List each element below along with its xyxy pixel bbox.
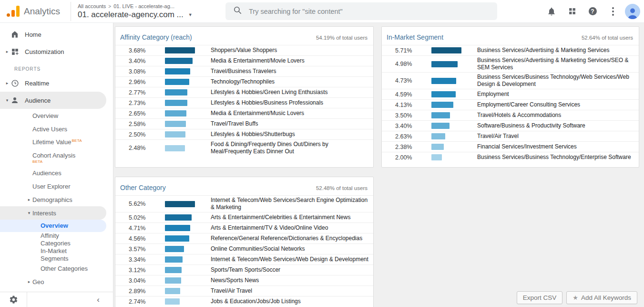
- chart-row[interactable]: 4.13%Employment/Career Consulting Servic…: [382, 99, 639, 110]
- chevron-right-icon[interactable]: ▸: [4, 49, 10, 54]
- settings-gear-icon[interactable]: [0, 295, 27, 304]
- chart-row[interactable]: 5.62%Internet & Telecom/Web Services/Sea…: [115, 195, 373, 212]
- chart-row[interactable]: 3.57%Online Communities/Social Networks: [115, 243, 373, 254]
- sidebar-item-realtime[interactable]: ▸Realtime: [0, 74, 113, 92]
- sidebar-item-interests-overview[interactable]: Overview: [0, 220, 106, 232]
- sidebar: Home▸CustomizationREPORTS▸Realtime▾Audie…: [0, 23, 113, 307]
- chart-row[interactable]: 2.74%Jobs & Education/Jobs/Job Listings: [115, 296, 373, 307]
- chart-row[interactable]: 4.73%Business Services/Business Technolo…: [382, 72, 639, 89]
- breadcrumb-all-accounts: All accounts: [78, 3, 106, 9]
- chart-row-bar: [431, 123, 450, 129]
- sidebar-item-user-explorer[interactable]: User Explorer: [0, 180, 113, 193]
- chart-row-label: Travel/Air Travel: [477, 132, 639, 141]
- sidebar-item-label: Overview: [41, 222, 68, 230]
- chart-row-label: Arts & Entertainment/TV & Video/Online V…: [211, 223, 373, 233]
- chart-row-value: 4.13%: [395, 102, 431, 108]
- chart-row[interactable]: 4.59%Employment: [382, 89, 639, 99]
- sidebar-item-affinity-categories[interactable]: Affinity Categories: [0, 232, 113, 247]
- chart-row[interactable]: 2.48%Food & Dining/Frequently Dines Out/…: [115, 139, 373, 156]
- account-switcher[interactable]: All accounts>01. LIVE - accelerate-ag...…: [78, 3, 216, 20]
- chart-row-bar: [165, 79, 189, 85]
- chart-row[interactable]: 2.38%Financial Services/Investment Servi…: [382, 141, 639, 152]
- chart-row[interactable]: 2.58%Travel/Travel Buffs: [115, 118, 373, 129]
- chevron-right-icon[interactable]: ▸: [26, 279, 32, 284]
- chart-row[interactable]: 3.50%Travel/Hotels & Accommodations: [382, 110, 639, 120]
- chart-row[interactable]: 4.56%Reference/General Reference/Diction…: [115, 233, 373, 243]
- add-all-keywords-button[interactable]: ★Add All Keywords: [566, 291, 637, 304]
- chart-row-value: 2.48%: [129, 145, 165, 151]
- sidebar-footer: ‹: [0, 292, 113, 307]
- account-avatar[interactable]: [625, 4, 640, 19]
- chevron-right-icon[interactable]: ▸: [26, 197, 32, 202]
- chart-row-label: Travel/Hotels & Accommodations: [477, 111, 639, 120]
- sidebar-item-overview[interactable]: Overview: [0, 109, 113, 122]
- chart-row-value: 2.50%: [129, 131, 165, 138]
- widget-title-other-category[interactable]: Other Category: [120, 184, 166, 191]
- widget-share-of-total: 52.48% of total users: [316, 185, 368, 191]
- chart-row[interactable]: 3.40%Software/Business & Productivity So…: [382, 120, 639, 131]
- sidebar-item-label: Home: [25, 31, 41, 38]
- chart-row[interactable]: 5.71%Business Services/Advertising & Mar…: [382, 45, 639, 55]
- chart-row[interactable]: 2.73%Lifestyles & Hobbies/Business Profe…: [115, 97, 373, 108]
- chevron-down-icon[interactable]: ▾: [4, 98, 10, 103]
- chart-row-label: Shoppers/Value Shoppers: [211, 46, 373, 55]
- sidebar-item-label: Audience: [25, 97, 51, 104]
- chart-row-value: 2.96%: [129, 79, 165, 85]
- sidebar-item-home[interactable]: Home: [0, 26, 113, 43]
- widget-title-in-market-segment[interactable]: In-Market Segment: [387, 33, 443, 41]
- sidebar-item-active-users[interactable]: Active Users: [0, 122, 113, 136]
- analytics-logo-area[interactable]: Analytics: [0, 5, 71, 17]
- chevron-down-icon[interactable]: ▼: [188, 12, 193, 17]
- collapse-sidebar-icon[interactable]: ‹: [97, 295, 113, 305]
- chart-row[interactable]: 2.63%Travel/Air Travel: [382, 131, 639, 141]
- chart-row[interactable]: 3.08%Travel/Business Travelers: [115, 66, 373, 76]
- sidebar-item-label: Interests: [32, 210, 56, 217]
- more-options-icon[interactable]: [604, 3, 622, 20]
- chart-row[interactable]: 2.00%Business Services/Business Technolo…: [382, 152, 639, 162]
- chart-row-bar: [165, 131, 185, 138]
- chart-row[interactable]: 2.50%Lifestyles & Hobbies/Shutterbugs: [115, 129, 373, 139]
- sidebar-item-interests[interactable]: ▾Interests: [0, 206, 106, 220]
- help-icon[interactable]: ?: [584, 3, 601, 20]
- star-icon: ★: [572, 294, 578, 301]
- sidebar-item-audiences[interactable]: Audiences: [0, 166, 113, 180]
- notifications-bell-icon[interactable]: [543, 3, 560, 20]
- sidebar-item-audience[interactable]: ▾Audience: [0, 92, 106, 109]
- sidebar-item-other-categories[interactable]: Other Categories: [0, 263, 113, 275]
- sidebar-item-in-market-segments[interactable]: In-Market Segments: [0, 247, 113, 263]
- sidebar-item-label: Other Categories: [41, 265, 88, 273]
- chart-row[interactable]: 4.98%Business Services/Advertising & Mar…: [382, 55, 639, 72]
- sidebar-item-lifetime-value[interactable]: Lifetime ValueBETA: [0, 136, 113, 149]
- chart-row-bar: [165, 277, 181, 284]
- chart-row-value: 2.58%: [129, 121, 165, 127]
- search-bar[interactable]: [225, 2, 497, 20]
- chart-row-bar: [165, 214, 192, 221]
- chart-row[interactable]: 3.04%News/Sports News: [115, 275, 373, 286]
- sidebar-item-cohort-analysis[interactable]: Cohort AnalysisBETA: [0, 149, 113, 166]
- chart-row-label: Internet & Telecom/Web Services/Search E…: [211, 196, 373, 212]
- apps-grid-icon[interactable]: [563, 3, 581, 20]
- chart-row[interactable]: 3.12%Sports/Team Sports/Soccer: [115, 265, 373, 275]
- search-input[interactable]: [249, 8, 490, 15]
- export-csv-button[interactable]: Export CSV: [517, 291, 563, 304]
- chart-row[interactable]: 3.34%Internet & Telecom/Web Services/Web…: [115, 254, 373, 265]
- chevron-down-icon[interactable]: ▾: [26, 211, 32, 215]
- chart-row[interactable]: 3.40%Media & Entertainment/Movie Lovers: [115, 55, 373, 66]
- breadcrumb-separator: >: [108, 4, 111, 9]
- chart-row[interactable]: 2.77%Lifestyles & Hobbies/Green Living E…: [115, 87, 373, 97]
- sidebar-item-demographics[interactable]: ▸Demographics: [0, 193, 113, 206]
- chart-row[interactable]: 2.89%Travel/Air Travel: [115, 286, 373, 296]
- chart-row-label: Arts & Entertainment/Celebrities & Enter…: [211, 213, 373, 222]
- sidebar-item-customization[interactable]: ▸Customization: [0, 43, 113, 60]
- sidebar-footer-divider: [27, 292, 27, 307]
- chevron-right-icon[interactable]: ▸: [4, 81, 10, 85]
- sidebar-item-geo[interactable]: ▸Geo: [0, 275, 113, 288]
- chart-row[interactable]: 2.65%Media & Entertainment/Music Lovers: [115, 108, 373, 118]
- chart-row[interactable]: 3.68%Shoppers/Value Shoppers: [115, 45, 373, 55]
- chart-row[interactable]: 5.02%Arts & Entertainment/Celebrities & …: [115, 212, 373, 222]
- add-all-keywords-label: Add All Keywords: [581, 294, 631, 301]
- chart-row[interactable]: 4.71%Arts & Entertainment/TV & Video/Onl…: [115, 222, 373, 233]
- widget-title-affinity-category[interactable]: Affinity Category (reach): [120, 33, 192, 41]
- chart-row-label: Sports/Team Sports/Soccer: [211, 265, 373, 275]
- chart-row[interactable]: 2.96%Technology/Technophiles: [115, 76, 373, 87]
